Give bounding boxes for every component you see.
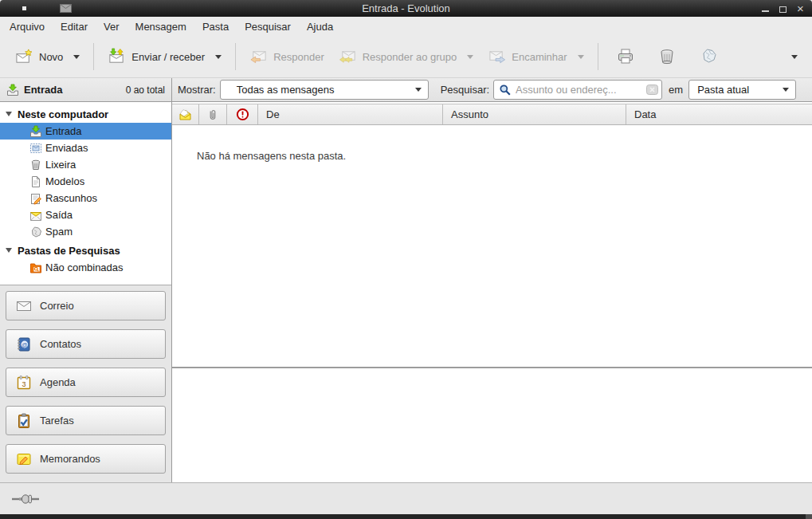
reply-group-button[interactable]: Responder ao grupo <box>331 43 481 71</box>
statusbar <box>0 482 812 514</box>
folder-label: Lixeira <box>45 159 76 171</box>
close-button[interactable]: × <box>795 3 806 14</box>
window-bottom-border <box>0 514 812 519</box>
menubar: Arquivo Editar Ver Mensagem Pasta Pesqui… <box>0 17 812 36</box>
folder-rascunhos[interactable]: Rascunhos <box>0 190 171 206</box>
memos-icon <box>16 451 32 467</box>
folder-lixeira[interactable]: Lixeira <box>0 156 171 173</box>
forward-button[interactable]: Encaminhar <box>481 43 590 71</box>
expander-icon[interactable] <box>6 112 12 116</box>
folder-saida[interactable]: Saída <box>0 206 171 223</box>
minimize-button[interactable] <box>760 3 771 14</box>
switcher-label: Memorandos <box>40 453 100 465</box>
new-button[interactable]: Novo <box>8 43 87 71</box>
search-scope-dropdown[interactable]: Pasta atual <box>688 80 796 100</box>
send-receive-dropdown-arrow-icon <box>215 55 222 59</box>
search-input[interactable] <box>516 84 646 96</box>
filter-zone: Mostrar: Todas as mensagens Pesquisar: e… <box>172 78 812 101</box>
window-title: Entrada - Evolution <box>0 2 812 14</box>
column-date-label: Data <box>634 108 656 120</box>
spam-crumpled-icon <box>29 226 42 238</box>
message-list-header: De Assunto Data <box>172 104 812 125</box>
trash-icon <box>29 159 42 171</box>
folder-modelos[interactable]: Modelos <box>0 173 171 190</box>
switcher-mail-button[interactable]: Correio <box>6 291 166 320</box>
in-label: em <box>669 84 683 96</box>
show-filter-dropdown[interactable]: Todas as mensagens <box>220 80 429 100</box>
column-from[interactable]: De <box>258 104 443 124</box>
menu-ajuda[interactable]: Ajuda <box>299 18 341 35</box>
document-icon <box>29 175 42 188</box>
tree-group-this-computer[interactable]: Neste computador <box>0 105 171 123</box>
reply-label: Responder <box>273 51 324 63</box>
filter-bar: Entrada 0 ao total Mostrar: Todas as men… <box>0 77 812 102</box>
forward-label: Encaminhar <box>512 51 567 63</box>
reply-group-label: Responder ao grupo <box>363 51 457 63</box>
maximize-button[interactable] <box>778 3 788 14</box>
delete-button[interactable] <box>651 42 683 71</box>
current-folder-header: Entrada 0 ao total <box>0 78 172 101</box>
resize-grip[interactable] <box>806 514 812 519</box>
toolbar-overflow-button[interactable] <box>780 49 804 65</box>
forward-dropdown-arrow-icon <box>578 55 584 59</box>
switcher-label: Agenda <box>40 376 76 388</box>
switcher-tasks-button[interactable]: Tarefas <box>6 406 166 435</box>
menu-editar[interactable]: Editar <box>53 18 96 35</box>
printer-icon <box>616 47 635 66</box>
svg-text:3: 3 <box>22 379 25 387</box>
folder-label: Spam <box>45 226 73 238</box>
switcher-contacts-button[interactable]: @ Contatos <box>6 329 166 359</box>
reply-button[interactable]: Responder <box>242 43 331 71</box>
folder-nao-combinadas[interactable]: Não combinadas <box>0 259 171 276</box>
folder-label: Saída <box>45 209 73 221</box>
tree-group-label: Pastas de Pesquisas <box>18 245 120 257</box>
column-subject-label: Assunto <box>451 108 488 120</box>
overflow-arrow-icon <box>791 55 798 59</box>
toolbar-separator <box>93 43 94 70</box>
switcher-label: Contatos <box>40 338 81 350</box>
send-receive-button[interactable]: Enviar / receber <box>100 43 229 71</box>
print-button[interactable] <box>610 42 641 71</box>
column-priority[interactable] <box>227 104 258 124</box>
search-scope-value: Pasta atual <box>697 84 749 96</box>
switcher-calendar-button[interactable]: 3 Agenda <box>6 368 166 397</box>
contacts-icon: @ <box>16 336 32 352</box>
mail-icon <box>16 298 32 314</box>
folder-entrada[interactable]: Entrada <box>0 123 171 140</box>
send-receive-icon <box>108 48 126 66</box>
menu-ver[interactable]: Ver <box>96 18 127 35</box>
search-scope-arrow-icon <box>783 88 789 92</box>
search-label: Pesquisar: <box>441 84 489 96</box>
column-from-label: De <box>266 108 280 120</box>
inbox-icon <box>6 84 19 96</box>
message-count: 0 ao total <box>126 85 165 96</box>
menu-pasta[interactable]: Pasta <box>194 18 237 35</box>
column-subject[interactable]: Assunto <box>443 104 626 124</box>
reply-group-dropdown-arrow-icon <box>467 55 473 59</box>
column-date[interactable]: Data <box>626 104 812 124</box>
expander-icon[interactable] <box>6 248 12 253</box>
menu-mensagem[interactable]: Mensagem <box>127 18 194 35</box>
toolbar: Novo Enviar / receber Responder Responde… <box>0 36 812 77</box>
junk-button[interactable] <box>692 42 724 71</box>
attachment-paperclip-icon <box>206 108 219 121</box>
search-folder-icon <box>29 261 42 274</box>
folder-tree: Neste computador Entrada Enviadas <box>0 102 171 285</box>
online-status-plug-icon[interactable] <box>11 493 40 505</box>
trash-icon <box>657 47 677 66</box>
clear-search-icon[interactable] <box>646 85 658 95</box>
menu-pesquisar[interactable]: Pesquisar <box>237 18 299 35</box>
folder-enviadas[interactable]: Enviadas <box>0 140 171 156</box>
sidebar: Neste computador Entrada Enviadas <box>0 102 172 482</box>
tree-group-search-folders[interactable]: Pastas de Pesquisas <box>0 242 171 259</box>
column-read-status[interactable] <box>172 104 199 124</box>
forward-icon <box>488 48 506 66</box>
switcher-memos-button[interactable]: Memorandos <box>6 444 166 474</box>
svg-text:@: @ <box>22 340 28 348</box>
menu-arquivo[interactable]: Arquivo <box>2 18 53 35</box>
inbox-icon <box>29 125 42 138</box>
calendar-icon: 3 <box>16 375 32 391</box>
column-attachment[interactable] <box>199 104 227 124</box>
folder-spam[interactable]: Spam <box>0 223 171 240</box>
new-mail-icon <box>15 48 33 66</box>
